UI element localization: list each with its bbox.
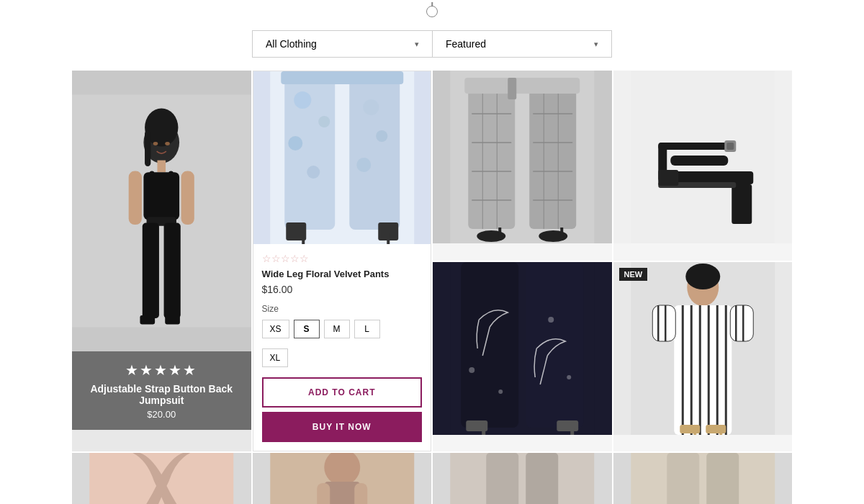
product-image-b4 [613, 453, 793, 504]
svg-rect-12 [181, 171, 194, 225]
svg-rect-7 [143, 172, 179, 220]
product-image-p1 [72, 71, 251, 351]
svg-rect-106 [706, 453, 739, 504]
svg-rect-9 [143, 223, 159, 319]
size-s[interactable]: S [294, 320, 320, 338]
sort-chevron-icon: ▾ [594, 40, 598, 49]
svg-point-26 [356, 158, 371, 172]
product-image-p4 [613, 71, 793, 243]
svg-rect-55 [732, 184, 752, 224]
svg-point-22 [288, 136, 302, 150]
product-card-b2[interactable] [253, 453, 432, 504]
product-card-b4[interactable] [613, 453, 793, 504]
buy-now-button[interactable]: BUY IT NOW [262, 412, 423, 442]
product-card-p1[interactable]: ★★★★★ Adjustable Strap Button Back Jumps… [72, 71, 251, 451]
svg-rect-52 [560, 228, 563, 240]
product-grid: ★★★★★ Adjustable Strap Button Back Jumps… [0, 71, 864, 451]
category-chevron-icon: ▾ [415, 40, 419, 49]
svg-rect-16 [165, 315, 180, 324]
top-icon-area [0, 0, 864, 24]
svg-rect-18 [284, 71, 335, 230]
svg-rect-100 [354, 483, 367, 504]
svg-rect-30 [302, 233, 305, 244]
size-m[interactable]: M [324, 320, 350, 338]
product-image-b2 [253, 453, 432, 504]
svg-rect-58 [658, 143, 730, 150]
svg-rect-65 [526, 262, 583, 428]
svg-point-21 [318, 116, 330, 127]
svg-point-66 [469, 367, 474, 373]
svg-rect-102 [486, 453, 518, 504]
svg-rect-60 [726, 143, 734, 150]
svg-rect-71 [557, 420, 578, 431]
sort-filter[interactable]: Featured ▾ [432, 30, 612, 58]
filter-toggle-icon[interactable] [426, 6, 438, 17]
product-card-p3[interactable] [433, 71, 612, 261]
sort-filter-label: Featured [446, 38, 486, 50]
new-badge-p6: NEW [619, 268, 648, 281]
category-filter-label: All Clothing [266, 38, 317, 50]
product-card-p2: ☆☆☆☆☆ Wide Leg Floral Velvet Pants $16.0… [253, 71, 432, 451]
svg-point-25 [376, 130, 387, 142]
svg-rect-101 [450, 453, 594, 504]
expanded-card-info-p2: ☆☆☆☆☆ Wide Leg Floral Velvet Pants $16.0… [253, 244, 431, 451]
size-options-row2: XL [262, 348, 423, 367]
svg-rect-94 [719, 428, 722, 435]
svg-rect-4 [157, 161, 166, 173]
large-card-info-p1: ★★★★★ Adjustable Strap Button Back Jumps… [72, 351, 251, 430]
svg-rect-47 [464, 78, 580, 94]
svg-rect-10 [164, 223, 181, 319]
svg-rect-86 [730, 305, 753, 341]
product-card-b3[interactable] [433, 453, 612, 504]
svg-point-69 [567, 375, 571, 379]
category-filter[interactable]: All Clothing ▾ [252, 30, 432, 58]
size-xs[interactable]: XS [262, 320, 289, 338]
svg-rect-51 [498, 228, 501, 240]
svg-point-24 [363, 99, 379, 115]
svg-point-13 [153, 142, 158, 145]
svg-rect-91 [680, 425, 700, 433]
svg-rect-85 [652, 305, 675, 341]
svg-point-23 [307, 166, 320, 179]
svg-rect-104 [631, 453, 775, 504]
size-options: XS S M L [262, 320, 423, 338]
product-image-b1 [72, 453, 251, 504]
svg-rect-73 [570, 428, 574, 435]
svg-point-76 [685, 264, 720, 289]
product-card-b1[interactable] [72, 453, 251, 504]
product-image-p6: NEW [613, 262, 793, 435]
svg-rect-103 [526, 453, 558, 504]
product-stars-p1: ★★★★★ [82, 361, 241, 379]
svg-point-68 [548, 317, 554, 323]
product-card-p4[interactable] [613, 71, 793, 261]
svg-rect-62 [658, 170, 678, 186]
svg-rect-27 [281, 71, 403, 84]
product-rating-p2: ☆☆☆☆☆ [262, 253, 423, 264]
svg-rect-15 [140, 315, 155, 324]
size-l[interactable]: L [354, 320, 380, 338]
svg-rect-93 [693, 428, 696, 435]
svg-rect-3 [145, 130, 150, 166]
product-name-p2: Wide Leg Floral Velvet Pants [262, 269, 423, 279]
size-label: Size [262, 304, 423, 314]
product-price-p1: $20.00 [82, 409, 241, 420]
product-image-b3 [433, 453, 612, 504]
svg-rect-99 [317, 483, 330, 504]
svg-point-14 [165, 142, 170, 145]
svg-rect-105 [667, 453, 699, 504]
size-xl[interactable]: XL [262, 348, 289, 367]
product-card-p6[interactable]: NEW [613, 262, 793, 452]
bottom-product-grid [0, 453, 864, 504]
add-to-cart-button[interactable]: ADD TO CART [262, 377, 423, 408]
svg-rect-64 [461, 262, 518, 428]
product-image-p2 [253, 71, 431, 244]
svg-rect-72 [482, 428, 485, 435]
product-card-p5[interactable] [433, 262, 612, 452]
svg-rect-56 [670, 156, 728, 166]
product-price-p2: $16.00 [262, 284, 423, 295]
product-image-p3 [433, 71, 612, 243]
svg-rect-11 [129, 171, 142, 225]
svg-rect-33 [468, 85, 515, 229]
svg-rect-48 [508, 78, 516, 99]
product-name-p1: Adjustable Strap Button Back Jumpsuit [82, 383, 241, 406]
